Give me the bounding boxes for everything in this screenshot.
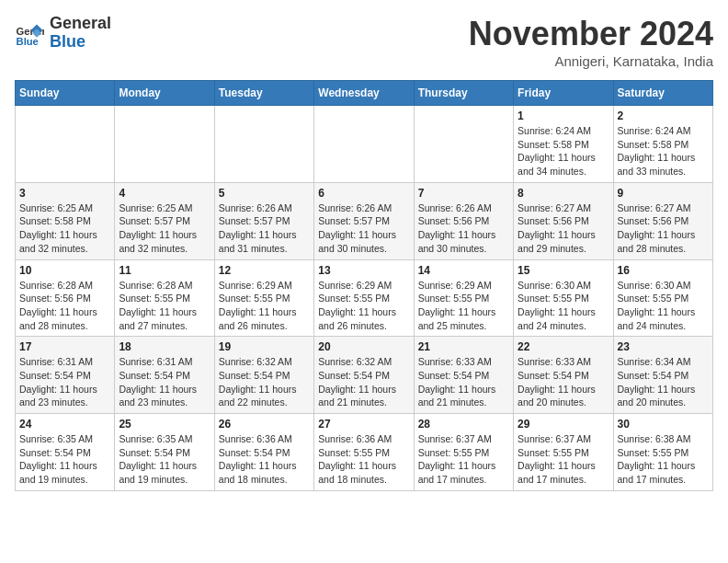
day-info: Sunrise: 6:28 AM Sunset: 5:55 PM Dayligh…: [119, 279, 210, 333]
day-number: 10: [19, 264, 110, 277]
day-number: 2: [618, 109, 709, 122]
day-info: Sunrise: 6:27 AM Sunset: 5:56 PM Dayligh…: [618, 201, 709, 256]
day-info: Sunrise: 6:37 AM Sunset: 5:55 PM Dayligh…: [418, 432, 509, 487]
day-number: 7: [418, 187, 509, 200]
day-info: Sunrise: 6:26 AM Sunset: 5:56 PM Dayligh…: [418, 201, 509, 256]
day-info: Sunrise: 6:37 AM Sunset: 5:55 PM Dayligh…: [518, 432, 609, 487]
calendar-cell: 22Sunrise: 6:33 AM Sunset: 5:54 PM Dayli…: [514, 337, 613, 414]
day-info: Sunrise: 6:35 AM Sunset: 5:54 PM Dayligh…: [119, 432, 210, 487]
day-number: 11: [119, 264, 210, 277]
day-info: Sunrise: 6:26 AM Sunset: 5:57 PM Dayligh…: [219, 201, 310, 256]
day-info: Sunrise: 6:29 AM Sunset: 5:55 PM Dayligh…: [318, 279, 409, 333]
day-number: 8: [518, 187, 609, 200]
calendar-cell: [16, 106, 115, 183]
calendar-cell: 23Sunrise: 6:34 AM Sunset: 5:54 PM Dayli…: [613, 337, 712, 414]
day-number: 28: [418, 418, 509, 431]
day-number: 9: [618, 187, 709, 200]
day-info: Sunrise: 6:29 AM Sunset: 5:55 PM Dayligh…: [418, 279, 509, 333]
calendar-cell: 12Sunrise: 6:29 AM Sunset: 5:55 PM Dayli…: [214, 259, 313, 337]
calendar-header-friday: Friday: [514, 81, 613, 106]
day-info: Sunrise: 6:25 AM Sunset: 5:58 PM Dayligh…: [19, 201, 110, 256]
calendar-header-row: SundayMondayTuesdayWednesdayThursdayFrid…: [16, 81, 713, 106]
calendar-cell: 11Sunrise: 6:28 AM Sunset: 5:55 PM Dayli…: [115, 259, 214, 337]
page-header: General Blue General Blue November 2024 …: [15, 15, 713, 69]
day-info: Sunrise: 6:32 AM Sunset: 5:54 PM Dayligh…: [318, 355, 409, 409]
day-info: Sunrise: 6:36 AM Sunset: 5:55 PM Dayligh…: [318, 432, 409, 487]
calendar-cell: 8Sunrise: 6:27 AM Sunset: 5:56 PM Daylig…: [514, 182, 613, 259]
day-number: 14: [418, 264, 509, 277]
calendar-cell: 18Sunrise: 6:31 AM Sunset: 5:54 PM Dayli…: [115, 337, 214, 414]
day-info: Sunrise: 6:25 AM Sunset: 5:57 PM Dayligh…: [119, 201, 210, 256]
logo: General Blue General Blue: [15, 15, 111, 52]
calendar-cell: 21Sunrise: 6:33 AM Sunset: 5:54 PM Dayli…: [414, 337, 513, 414]
logo-icon: General Blue: [15, 18, 44, 48]
day-number: 17: [19, 340, 110, 353]
calendar-cell: 13Sunrise: 6:29 AM Sunset: 5:55 PM Dayli…: [314, 259, 414, 337]
day-info: Sunrise: 6:30 AM Sunset: 5:55 PM Dayligh…: [518, 279, 609, 333]
month-title: November 2024: [469, 15, 713, 53]
calendar-header-sunday: Sunday: [16, 81, 115, 106]
day-info: Sunrise: 6:32 AM Sunset: 5:54 PM Dayligh…: [219, 355, 310, 409]
day-number: 12: [219, 264, 310, 277]
day-info: Sunrise: 6:26 AM Sunset: 5:57 PM Dayligh…: [318, 201, 409, 256]
calendar-header-tuesday: Tuesday: [214, 81, 313, 106]
calendar-cell: [115, 106, 214, 183]
calendar-week-row: 24Sunrise: 6:35 AM Sunset: 5:54 PM Dayli…: [16, 414, 713, 491]
location-subtitle: Annigeri, Karnataka, India: [469, 53, 713, 69]
title-block: November 2024 Annigeri, Karnataka, India: [469, 15, 713, 69]
day-info: Sunrise: 6:30 AM Sunset: 5:55 PM Dayligh…: [618, 279, 709, 333]
calendar-cell: [314, 106, 414, 183]
calendar-cell: 3Sunrise: 6:25 AM Sunset: 5:58 PM Daylig…: [16, 182, 115, 259]
calendar-cell: 28Sunrise: 6:37 AM Sunset: 5:55 PM Dayli…: [414, 414, 513, 491]
day-number: 1: [518, 109, 609, 122]
calendar-cell: 17Sunrise: 6:31 AM Sunset: 5:54 PM Dayli…: [16, 337, 115, 414]
calendar-week-row: 17Sunrise: 6:31 AM Sunset: 5:54 PM Dayli…: [16, 337, 713, 414]
calendar-cell: 27Sunrise: 6:36 AM Sunset: 5:55 PM Dayli…: [314, 414, 414, 491]
calendar-header-wednesday: Wednesday: [314, 81, 414, 106]
calendar-cell: 20Sunrise: 6:32 AM Sunset: 5:54 PM Dayli…: [314, 337, 414, 414]
calendar-cell: 24Sunrise: 6:35 AM Sunset: 5:54 PM Dayli…: [16, 414, 115, 491]
day-number: 13: [318, 264, 409, 277]
calendar-cell: 29Sunrise: 6:37 AM Sunset: 5:55 PM Dayli…: [514, 414, 613, 491]
calendar-cell: 9Sunrise: 6:27 AM Sunset: 5:56 PM Daylig…: [613, 182, 712, 259]
day-info: Sunrise: 6:28 AM Sunset: 5:56 PM Dayligh…: [19, 279, 110, 333]
calendar-week-row: 3Sunrise: 6:25 AM Sunset: 5:58 PM Daylig…: [16, 182, 713, 259]
calendar-cell: 14Sunrise: 6:29 AM Sunset: 5:55 PM Dayli…: [414, 259, 513, 337]
calendar-cell: [414, 106, 513, 183]
calendar-cell: [214, 106, 313, 183]
calendar-cell: 4Sunrise: 6:25 AM Sunset: 5:57 PM Daylig…: [115, 182, 214, 259]
day-info: Sunrise: 6:34 AM Sunset: 5:54 PM Dayligh…: [618, 355, 709, 409]
day-number: 23: [618, 340, 709, 353]
calendar-cell: 6Sunrise: 6:26 AM Sunset: 5:57 PM Daylig…: [314, 182, 414, 259]
day-info: Sunrise: 6:31 AM Sunset: 5:54 PM Dayligh…: [119, 355, 210, 409]
calendar-cell: 25Sunrise: 6:35 AM Sunset: 5:54 PM Dayli…: [115, 414, 214, 491]
day-number: 16: [618, 264, 709, 277]
logo-text: General Blue: [50, 15, 111, 52]
calendar-header-saturday: Saturday: [613, 81, 712, 106]
day-number: 29: [518, 418, 609, 431]
day-number: 30: [618, 418, 709, 431]
day-number: 18: [119, 340, 210, 353]
day-info: Sunrise: 6:33 AM Sunset: 5:54 PM Dayligh…: [518, 355, 609, 409]
day-number: 26: [219, 418, 310, 431]
day-number: 5: [219, 187, 310, 200]
day-number: 15: [518, 264, 609, 277]
day-info: Sunrise: 6:27 AM Sunset: 5:56 PM Dayligh…: [518, 201, 609, 256]
day-info: Sunrise: 6:38 AM Sunset: 5:55 PM Dayligh…: [618, 432, 709, 487]
day-info: Sunrise: 6:24 AM Sunset: 5:58 PM Dayligh…: [518, 124, 609, 178]
calendar-week-row: 10Sunrise: 6:28 AM Sunset: 5:56 PM Dayli…: [16, 259, 713, 337]
calendar-cell: 30Sunrise: 6:38 AM Sunset: 5:55 PM Dayli…: [613, 414, 712, 491]
calendar-cell: 1Sunrise: 6:24 AM Sunset: 5:58 PM Daylig…: [514, 106, 613, 183]
calendar-cell: 2Sunrise: 6:24 AM Sunset: 5:58 PM Daylig…: [613, 106, 712, 183]
day-number: 22: [518, 340, 609, 353]
day-info: Sunrise: 6:29 AM Sunset: 5:55 PM Dayligh…: [219, 279, 310, 333]
day-number: 27: [318, 418, 409, 431]
day-number: 25: [119, 418, 210, 431]
calendar-cell: 26Sunrise: 6:36 AM Sunset: 5:54 PM Dayli…: [214, 414, 313, 491]
calendar-cell: 15Sunrise: 6:30 AM Sunset: 5:55 PM Dayli…: [514, 259, 613, 337]
calendar-cell: 10Sunrise: 6:28 AM Sunset: 5:56 PM Dayli…: [16, 259, 115, 337]
calendar-cell: 7Sunrise: 6:26 AM Sunset: 5:56 PM Daylig…: [414, 182, 513, 259]
day-number: 6: [318, 187, 409, 200]
day-info: Sunrise: 6:24 AM Sunset: 5:58 PM Dayligh…: [618, 124, 709, 178]
day-number: 20: [318, 340, 409, 353]
